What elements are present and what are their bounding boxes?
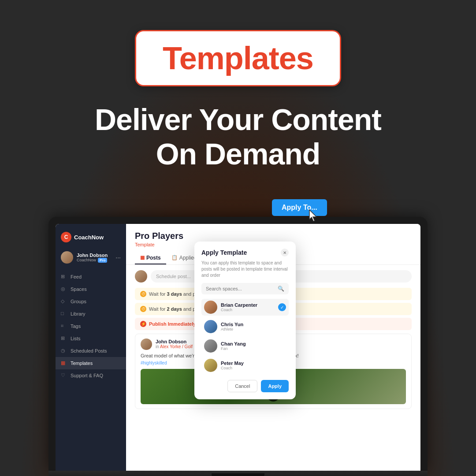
main-content: Pro Players Template ▦ Posts 📋 <box>126 224 420 471</box>
brand-logo: C <box>61 232 71 242</box>
user-role-brian: Coach <box>221 308 275 312</box>
user-info-chris: Chris Yun Athlete <box>221 322 286 331</box>
apply-template-modal: Apply Template ✕ You can apply this temp… <box>194 242 296 399</box>
user-info-peter: Peter May Coach <box>221 361 286 370</box>
user-info: John Dobson CoachNow Pro <box>77 253 112 263</box>
user-list: Brian Carpenter Coach ✓ Chris Yun Athlet… <box>201 299 289 374</box>
user-item-peter[interactable]: Peter May Coach <box>201 357 289 374</box>
selected-check-brian: ✓ <box>278 303 286 311</box>
user-role-peter: Coach <box>221 366 286 370</box>
laptop-mockup: C CoachNow John Dobson CoachNow Pro ·· <box>48 217 428 476</box>
schedule-avatar <box>135 270 147 283</box>
tab-posts[interactable]: ▦ Posts <box>135 252 166 264</box>
user-item-chan[interactable]: Chan Yang Fan <box>201 338 289 354</box>
post-author-avatar <box>141 338 152 350</box>
search-input[interactable] <box>206 286 275 291</box>
main-title: Pro Players <box>135 231 412 241</box>
cursor-icon <box>308 209 322 223</box>
user-avatar-chan <box>204 339 217 353</box>
laptop-screen-frame: C CoachNow John Dobson CoachNow Pro ·· <box>48 217 428 471</box>
user-avatar <box>61 251 73 264</box>
sidebar-item-feed[interactable]: ⊞ Feed <box>56 271 126 283</box>
headline-line2: On Demand <box>95 137 381 171</box>
modal-header: Apply Template ✕ <box>201 249 289 257</box>
sidebar-item-library[interactable]: □ Library <box>56 308 126 320</box>
modal-description: You can apply this template to space and… <box>201 260 289 279</box>
user-item-chris[interactable]: Chris Yun Athlete <box>201 318 289 335</box>
sidebar-item-lists[interactable]: ⊞ Lists <box>56 332 126 345</box>
user-name: John Dobson <box>77 253 112 258</box>
user-avatar-brian <box>204 301 217 314</box>
laptop-notch <box>212 473 264 476</box>
headline: Deliver Your Content On Demand <box>95 102 381 171</box>
brand-name: CoachNow <box>74 234 104 241</box>
post-location: in Alex Yorke / Golf <box>156 344 193 349</box>
laptop-screen: C CoachNow John Dobson CoachNow Pro ·· <box>56 224 420 471</box>
sidebar: C CoachNow John Dobson CoachNow Pro ·· <box>56 224 126 471</box>
headline-line1: Deliver Your Content <box>95 102 381 137</box>
sidebar-item-templates[interactable]: ▦ Templates <box>56 357 126 369</box>
user-info-chan: Chan Yang Fan <box>221 341 286 351</box>
sidebar-item-support[interactable]: ♡ Support & FAQ <box>56 369 126 382</box>
user-sub: CoachNow Pro <box>77 258 112 263</box>
sidebar-item-scheduled[interactable]: ◷ Scheduled Posts <box>56 345 126 357</box>
search-box[interactable]: 🔍 <box>201 283 289 294</box>
feed-icon: ⊞ <box>61 274 67 280</box>
cancel-button[interactable]: Cancel <box>227 380 257 392</box>
tags-icon: ⌗ <box>61 323 67 329</box>
post-author-name: John Dobson <box>156 339 193 344</box>
user-item-brian[interactable]: Brian Carpenter Coach ✓ <box>201 299 289 316</box>
support-icon: ♡ <box>61 372 67 379</box>
modal-title: Apply Template <box>201 249 247 256</box>
sidebar-user: John Dobson CoachNow Pro ··· <box>56 248 126 267</box>
lists-icon: ⊞ <box>61 335 67 342</box>
user-avatar-peter <box>204 359 217 372</box>
apply-button[interactable]: Apply <box>261 380 289 392</box>
sidebar-dots[interactable]: ··· <box>115 254 121 261</box>
sidebar-brand: C CoachNow <box>56 229 126 248</box>
user-name-chan: Chan Yang <box>221 341 286 346</box>
search-icon: 🔍 <box>278 286 284 292</box>
content-wrapper: Templates Deliver Your Content On Demand… <box>0 0 476 476</box>
user-avatar-chris <box>204 320 217 333</box>
sidebar-item-groups[interactable]: ◇ Groups <box>56 295 126 308</box>
wait-icon-2: ⏱ <box>140 306 146 312</box>
spaces-icon: ◎ <box>61 286 67 292</box>
user-role-chris: Athlete <box>221 327 286 331</box>
sidebar-item-tags[interactable]: ⌗ Tags <box>56 320 126 332</box>
sidebar-item-spaces[interactable]: ◎ Spaces <box>56 283 126 295</box>
modal-close-button[interactable]: ✕ <box>281 249 289 257</box>
groups-icon: ◇ <box>61 298 67 305</box>
user-name-brian: Brian Carpenter <box>221 302 275 308</box>
user-name-chris: Chris Yun <box>221 322 286 327</box>
templates-badge: Templates <box>135 30 341 86</box>
scheduled-icon: ◷ <box>61 348 67 354</box>
templates-badge-text: Templates <box>163 41 313 76</box>
library-icon: □ <box>61 311 67 317</box>
user-name-peter: Peter May <box>221 361 286 366</box>
user-role-chan: Fan <box>221 346 286 351</box>
user-info-brian: Brian Carpenter Coach <box>221 302 275 312</box>
publish-icon: ⚡ <box>140 321 146 327</box>
modal-actions: Cancel Apply <box>201 380 289 392</box>
laptop-base <box>48 471 428 476</box>
wait-icon-1: ⏱ <box>140 291 146 297</box>
templates-icon: ▦ <box>61 360 67 366</box>
